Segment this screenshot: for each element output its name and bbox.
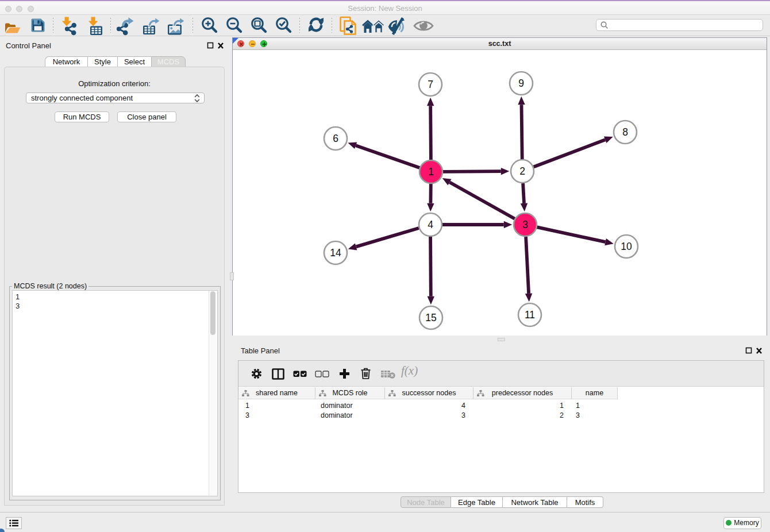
svg-text:8: 8 (622, 126, 628, 138)
svg-text:1: 1 (428, 166, 434, 178)
svg-text:10: 10 (621, 241, 632, 252)
svg-text:15: 15 (425, 312, 436, 323)
svg-text:14: 14 (330, 247, 341, 259)
svg-text:11: 11 (525, 309, 535, 321)
svg-text:7: 7 (428, 79, 433, 90)
svg-text:4: 4 (428, 219, 433, 230)
svg-text:9: 9 (518, 78, 524, 89)
svg-text:2: 2 (519, 165, 525, 177)
svg-text:6: 6 (333, 133, 338, 144)
svg-text:3: 3 (522, 219, 528, 230)
